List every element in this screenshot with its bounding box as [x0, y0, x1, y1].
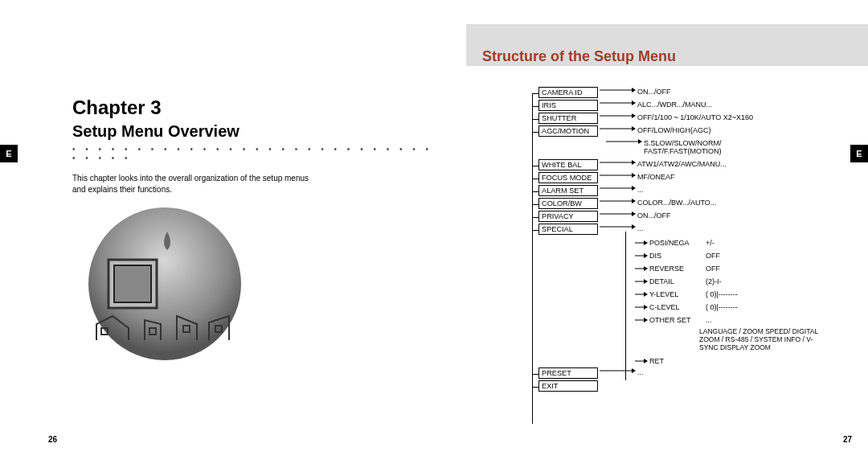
menu-option: ATW1/ATW2/AWC/MANU... — [637, 159, 727, 168]
chapter-title: Chapter 3 — [72, 96, 162, 119]
menu-option: OFF/LOW/HIGH(AGC) — [637, 125, 711, 134]
menu-option: ALC.../WDR.../MANU... — [637, 100, 712, 109]
arrow-icon — [600, 125, 636, 132]
arrow-icon — [600, 211, 636, 217]
menu-item: ALARM SET — [538, 185, 598, 196]
menu-item: FOCUS MODE — [538, 172, 598, 183]
other-set-note: LANGUAGE / ZOOM SPEED/ DIGITAL ZOOM / RS… — [699, 326, 828, 351]
svg-marker-14 — [632, 126, 636, 131]
connector — [532, 166, 538, 166]
submenu-value: OFF — [706, 252, 720, 260]
connector — [532, 191, 538, 192]
svg-marker-36 — [644, 279, 648, 284]
menu-option: ... — [637, 367, 644, 376]
arrow-icon — [600, 198, 636, 204]
svg-marker-8 — [632, 88, 636, 92]
arrow-icon — [635, 304, 648, 310]
connector — [532, 230, 538, 231]
arrow-icon — [635, 252, 648, 259]
connector — [532, 387, 538, 388]
arrow-icon — [600, 159, 636, 166]
menu-item: COLOR/BW — [538, 198, 598, 209]
svg-marker-20 — [632, 173, 636, 178]
side-tab-right: E — [850, 145, 868, 162]
arrow-icon — [635, 265, 648, 272]
menu-option: MF/ONEAF — [637, 172, 675, 181]
menu-option: ... — [637, 224, 644, 232]
arrow-icon — [600, 100, 636, 106]
page-number-right: 27 — [843, 435, 852, 444]
svg-marker-12 — [632, 113, 636, 118]
arrow-icon — [635, 317, 648, 323]
svg-marker-32 — [644, 253, 648, 258]
chapter-intro: This chapter looks into the overall orga… — [72, 173, 321, 195]
submenu-label: OTHER SET — [649, 316, 706, 324]
connector — [532, 217, 538, 218]
submenu-label: C-LEVEL — [649, 303, 706, 311]
connector — [532, 119, 538, 120]
svg-marker-24 — [632, 199, 636, 203]
submenu-label: POSI/NEGA — [649, 239, 706, 247]
chapter-subtitle: Setup Menu Overview — [72, 122, 240, 141]
menu-item: EXIT — [538, 380, 598, 392]
connector — [532, 106, 538, 107]
submenu-label: DIS — [649, 252, 706, 260]
arrow-icon — [635, 358, 648, 364]
svg-marker-10 — [632, 101, 636, 105]
menu-item: PRIVACY — [538, 211, 598, 222]
svg-marker-18 — [632, 160, 636, 165]
menu-option: ON.../OFF — [637, 211, 671, 220]
arrow-icon — [600, 172, 636, 179]
ret-label: RET — [649, 357, 664, 365]
menu-item: WHITE BAL — [538, 159, 598, 170]
submenu-value: ... — [706, 316, 712, 324]
dot-leader: • • • • • • • • • • • • • • • • • • • • … — [72, 145, 434, 162]
menu-tree: CAMERA IDON.../OFFIRISALC.../WDR.../MANU… — [538, 87, 828, 393]
connector — [532, 93, 538, 94]
svg-marker-44 — [644, 359, 648, 363]
connector — [532, 179, 538, 179]
menu-item: SHUTTER — [538, 113, 598, 124]
submenu-value: (2)-I- — [706, 277, 722, 285]
svg-marker-22 — [632, 186, 636, 191]
submenu-value: ( 0)|-------- — [706, 303, 738, 311]
page-title: Structure of the Setup Menu — [482, 48, 676, 65]
arrow-icon — [635, 278, 648, 285]
arrow-icon — [635, 240, 648, 246]
arrow-icon — [600, 113, 636, 119]
svg-marker-42 — [644, 318, 648, 322]
menu-option: COLOR.../BW.../AUTO... — [637, 198, 716, 207]
svg-marker-34 — [644, 266, 648, 271]
arrow-icon — [600, 87, 636, 93]
arrow-icon — [600, 185, 636, 191]
connector — [532, 204, 538, 205]
svg-rect-2 — [114, 265, 151, 302]
arrow-icon — [600, 367, 636, 374]
menu-item: PRESET — [538, 367, 598, 379]
svg-marker-40 — [644, 305, 648, 310]
svg-marker-30 — [644, 240, 648, 245]
side-tab-left: E — [0, 145, 18, 162]
menu-item: IRIS — [538, 100, 598, 111]
camera-illustration — [72, 203, 257, 364]
svg-marker-16 — [638, 139, 642, 144]
menu-option: ON.../OFF — [637, 87, 671, 96]
menu-item: SPECIAL — [538, 224, 598, 235]
menu-option: S.SLOW/SLOW/NORM/ FAST/F.FAST(MOTION) — [644, 138, 722, 155]
arrow-icon — [600, 224, 636, 230]
menu-option: OFF/1/100 ~ 1/10K/AUTO X2~X160 — [637, 113, 753, 121]
submenu-value: +/- — [706, 239, 714, 247]
submenu-value: ( 0)|-------- — [706, 290, 738, 298]
submenu-value: OFF — [706, 265, 720, 273]
arrow-icon — [606, 138, 642, 145]
svg-marker-46 — [632, 368, 636, 373]
svg-marker-38 — [644, 292, 648, 297]
svg-marker-26 — [632, 211, 636, 216]
submenu-label: DETAIL — [649, 277, 706, 285]
submenu-label: Y-LEVEL — [649, 290, 706, 298]
connector — [532, 374, 538, 375]
arrow-icon — [635, 291, 648, 298]
submenu-label: REVERSE — [649, 265, 706, 273]
menu-option: ... — [637, 185, 644, 194]
svg-marker-28 — [632, 224, 636, 229]
